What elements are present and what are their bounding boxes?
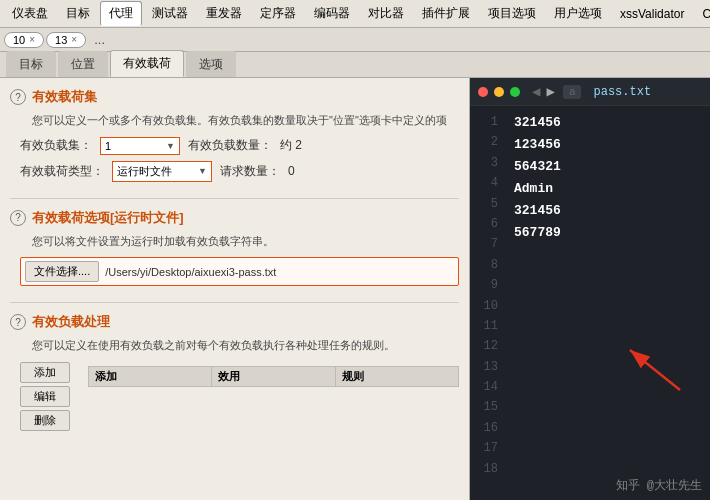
line-number: 9 <box>478 275 498 295</box>
menu-sequencer[interactable]: 定序器 <box>252 2 304 25</box>
tab-10-label: 10 <box>13 34 25 46</box>
right-panel: ◀ ▶ a pass.txt 1234567891011121314151617… <box>470 78 710 500</box>
line-numbers: 123456789101112131415161718 <box>470 106 506 500</box>
section1-header: ? 有效载荷集 <box>10 88 459 106</box>
label-payload-type: 有效载荷类型： <box>20 163 104 180</box>
traffic-light-red[interactable] <box>478 87 488 97</box>
code-line: 321456 <box>514 112 561 134</box>
nav-forward-arrow[interactable]: ▶ <box>544 83 556 100</box>
code-lines: 321456123456564321Admin321456567789 <box>506 106 569 500</box>
section3-title: 有效负载处理 <box>32 313 110 331</box>
code-line: 321456 <box>514 200 561 222</box>
section3-desc: 您可以定义在使用有效负载之前对每个有效负载执行各种处理任务的规则。 <box>32 337 459 354</box>
traffic-light-green[interactable] <box>510 87 520 97</box>
tab-13[interactable]: 13 × <box>46 32 86 48</box>
line-number: 14 <box>478 377 498 397</box>
line-number: 18 <box>478 459 498 479</box>
tab-more[interactable]: ... <box>88 31 111 48</box>
main-content: ? 有效载荷集 您可以定义一个或多个有效负载集。有效负载集的数量取决于"位置"选… <box>0 78 710 500</box>
nav-arrows: ◀ ▶ <box>530 83 557 100</box>
tab-13-label: 13 <box>55 34 67 46</box>
tab-10[interactable]: 10 × <box>4 32 44 48</box>
form-row-payload-set: 有效负载集： 1 ▼ 有效负载数量： 约 2 <box>20 137 459 155</box>
line-number: 2 <box>478 132 498 152</box>
subtab-bar: 目标 位置 有效载荷 选项 <box>0 52 710 78</box>
tab-13-close[interactable]: × <box>71 34 77 45</box>
label-payload-count: 有效负载数量： <box>188 137 272 154</box>
section-payload-set: ? 有效载荷集 您可以定义一个或多个有效负载集。有效负载集的数量取决于"位置"选… <box>10 88 459 182</box>
section-payload-options: ? 有效载荷选项[运行时文件] 您可以将文件设置为运行时加载有效负载字符串。 文… <box>10 209 459 287</box>
section2-header: ? 有效载荷选项[运行时文件] <box>10 209 459 227</box>
top-menubar: 仪表盘 目标 代理 测试器 重发器 定序器 编码器 对比器 插件扩展 项目选项 … <box>0 0 710 28</box>
tab-bar: 10 × 13 × ... <box>0 28 710 52</box>
line-number: 5 <box>478 194 498 214</box>
line-number: 16 <box>478 418 498 438</box>
value-payload-count: 约 2 <box>280 137 302 154</box>
menu-tester[interactable]: 测试器 <box>144 2 196 25</box>
select-payload-set-value: 1 <box>105 140 162 152</box>
section-payload-process: ? 有效负载处理 您可以定义在使用有效负载之前对每个有效负载执行各种处理任务的规… <box>10 313 459 431</box>
menu-target[interactable]: 目标 <box>58 2 98 25</box>
delete-button[interactable]: 删除 <box>20 410 70 431</box>
menu-extensions[interactable]: 插件扩展 <box>414 2 478 25</box>
section1-desc: 您可以定义一个或多个有效负载集。有效负载集的数量取决于"位置"选项卡中定义的项 <box>32 112 459 129</box>
add-button[interactable]: 添加 <box>20 362 70 383</box>
menu-encoder[interactable]: 编码器 <box>306 2 358 25</box>
th-enabled: 添加 <box>89 367 212 386</box>
edit-button[interactable]: 编辑 <box>20 386 70 407</box>
payload-process-table: 添加 效用 规则 <box>88 366 459 431</box>
menu-co2[interactable]: CO2 <box>694 4 710 24</box>
code-line: 567789 <box>514 222 561 244</box>
chevron-down-icon-2: ▼ <box>198 166 207 176</box>
section1-help-icon[interactable]: ? <box>10 89 26 105</box>
menu-xss[interactable]: xssValidator <box>612 4 692 24</box>
section3-help-icon[interactable]: ? <box>10 314 26 330</box>
form-row-payload-type: 有效载荷类型： 运行时文件 ▼ 请求数量： 0 <box>20 161 459 182</box>
section1-title: 有效载荷集 <box>32 88 97 106</box>
select-payload-set[interactable]: 1 ▼ <box>100 137 180 155</box>
line-number: 4 <box>478 173 498 193</box>
file-title-prefix: a <box>563 85 582 99</box>
line-number: 10 <box>478 296 498 316</box>
menu-comparer[interactable]: 对比器 <box>360 2 412 25</box>
label-payload-set: 有效负载集： <box>20 137 92 154</box>
code-titlebar: ◀ ▶ a pass.txt <box>470 78 710 106</box>
line-number: 11 <box>478 316 498 336</box>
menu-user-options[interactable]: 用户选项 <box>546 2 610 25</box>
line-number: 17 <box>478 438 498 458</box>
select-payload-type[interactable]: 运行时文件 ▼ <box>112 161 212 182</box>
file-choose-button[interactable]: 文件选择.... <box>25 261 99 282</box>
section2-title: 有效载荷选项[运行时文件] <box>32 209 184 227</box>
file-row: 文件选择.... /Users/yi/Desktop/aixuexi3-pass… <box>20 257 459 286</box>
file-path-value: /Users/yi/Desktop/aixuexi3-pass.txt <box>105 266 454 278</box>
line-number: 1 <box>478 112 498 132</box>
menu-resender[interactable]: 重发器 <box>198 2 250 25</box>
label-request-count: 请求数量： <box>220 163 280 180</box>
menu-dashboard[interactable]: 仪表盘 <box>4 2 56 25</box>
section3-header: ? 有效负载处理 <box>10 313 459 331</box>
th-effect: 效用 <box>212 367 335 386</box>
action-buttons: 添加 编辑 删除 <box>20 362 70 431</box>
tab-10-close[interactable]: × <box>29 34 35 45</box>
th-rule: 规则 <box>336 367 458 386</box>
line-number: 15 <box>478 397 498 417</box>
traffic-light-yellow[interactable] <box>494 87 504 97</box>
menu-project-options[interactable]: 项目选项 <box>480 2 544 25</box>
divider-2 <box>10 302 459 303</box>
menu-proxy[interactable]: 代理 <box>100 1 142 26</box>
divider-1 <box>10 198 459 199</box>
subtab-options[interactable]: 选项 <box>186 51 236 77</box>
section2-help-icon[interactable]: ? <box>10 210 26 226</box>
subtab-payload[interactable]: 有效载荷 <box>110 50 184 77</box>
line-number: 8 <box>478 255 498 275</box>
subtab-target[interactable]: 目标 <box>6 51 56 77</box>
line-number: 6 <box>478 214 498 234</box>
select-payload-type-value: 运行时文件 <box>117 164 194 179</box>
line-number: 13 <box>478 357 498 377</box>
watermark: 知乎 @大壮先生 <box>616 477 702 494</box>
code-body: 123456789101112131415161718 321456123456… <box>470 106 710 500</box>
subtab-position[interactable]: 位置 <box>58 51 108 77</box>
table-header: 添加 效用 规则 <box>88 366 459 387</box>
line-number: 12 <box>478 336 498 356</box>
nav-back-arrow[interactable]: ◀ <box>530 83 542 100</box>
